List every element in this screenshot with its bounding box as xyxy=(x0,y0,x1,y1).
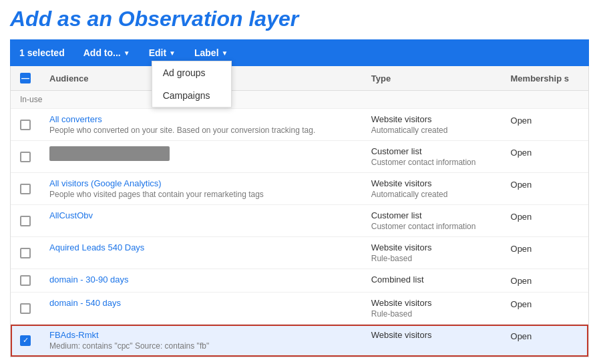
row-audience-cell: All visitors (Google Analytics)People wh… xyxy=(40,173,362,205)
membership-value: Open xyxy=(511,299,532,309)
selected-count: 1 selected xyxy=(19,47,65,58)
table-header-row: — Audience Type Membership s xyxy=(11,66,588,91)
row-membership-cell: Open xyxy=(502,269,588,293)
type-main: Website visitors xyxy=(371,330,492,340)
membership-value: Open xyxy=(511,212,532,222)
in-use-row: In-use xyxy=(11,91,588,109)
audience-name-link[interactable]: All visitors (Google Analytics) xyxy=(49,178,353,188)
add-to-button[interactable]: Add to... ▼ xyxy=(78,45,136,61)
row-type-cell: Website visitors xyxy=(362,325,502,357)
edit-label: Edit xyxy=(149,47,166,58)
row-checkbox-cell[interactable] xyxy=(11,173,40,205)
row-type-cell: Website visitorsAutomatically created xyxy=(362,109,502,141)
table-row: domain - 540 daysWebsite visitorsRule-ba… xyxy=(11,293,588,325)
row-checkbox-cell[interactable] xyxy=(11,141,40,173)
membership-value: Open xyxy=(511,244,532,254)
type-sub: Rule-based xyxy=(371,309,492,319)
header-membership: Membership s xyxy=(502,66,588,91)
row-type-cell: Customer listCustomer contact informatio… xyxy=(362,205,502,237)
row-checkbox-cell[interactable] xyxy=(11,109,40,141)
header-type: Type xyxy=(362,66,502,91)
row-membership-cell: Open xyxy=(502,141,588,173)
audience-name-link[interactable]: All converters xyxy=(49,114,353,124)
add-to-arrow-icon: ▼ xyxy=(124,49,130,57)
row-audience-cell: FBAds-RmktMedium: contains "cpc" Source:… xyxy=(40,325,362,357)
membership-value: Open xyxy=(511,148,532,158)
table-row: Aquired Leads 540 DaysWebsite visitorsRu… xyxy=(11,237,588,269)
audience-table-container: — Audience Type Membership s In-useAll c… xyxy=(10,66,589,357)
row-type-cell: Website visitorsRule-based xyxy=(362,237,502,269)
type-sub: Automatically created xyxy=(371,190,492,199)
row-membership-cell: Open xyxy=(502,293,588,325)
row-membership-cell: Open xyxy=(502,109,588,141)
row-checkbox-cell[interactable] xyxy=(11,293,40,325)
header-checkbox-minus[interactable]: — xyxy=(20,73,31,83)
membership-value: Open xyxy=(511,276,532,286)
membership-value: Open xyxy=(511,116,532,126)
checkbox-unchecked-icon[interactable] xyxy=(20,120,31,130)
checkbox-checked-icon[interactable]: ✓ xyxy=(20,335,31,346)
checkbox-unchecked-icon[interactable] xyxy=(20,248,31,258)
table-row: All convertersPeople who converted on yo… xyxy=(11,109,588,141)
audience-name-link[interactable]: AllCustObv xyxy=(49,210,353,220)
label-button[interactable]: Label ▼ xyxy=(189,45,233,61)
row-audience-cell xyxy=(40,141,362,173)
row-audience-cell: AllCustObv xyxy=(40,205,362,237)
label-label: Label xyxy=(194,47,219,58)
row-type-cell: Website visitorsRule-based xyxy=(362,293,502,325)
row-membership-cell: Open xyxy=(502,237,588,269)
checkbox-unchecked-icon[interactable] xyxy=(20,303,31,314)
type-sub: Customer contact information xyxy=(371,158,492,167)
type-sub: Automatically created xyxy=(371,126,492,135)
row-checkbox-cell[interactable] xyxy=(11,269,40,293)
table-row: All visitors (Google Analytics)People wh… xyxy=(11,173,588,205)
row-membership-cell: Open xyxy=(502,205,588,237)
audience-name-link[interactable]: FBAds-Rmkt xyxy=(49,330,353,340)
page-title: Add as an Observation layer xyxy=(10,7,589,31)
audience-desc: Medium: contains "cpc" Source: contains … xyxy=(49,341,353,351)
row-type-cell: Website visitorsAutomatically created xyxy=(362,173,502,205)
dropdown-item-campaigns[interactable]: Campaigns xyxy=(152,84,231,107)
row-membership-cell: Open xyxy=(502,325,588,357)
row-audience-cell: All convertersPeople who converted on yo… xyxy=(40,109,362,141)
row-membership-cell: Open xyxy=(502,173,588,205)
checkbox-unchecked-icon[interactable] xyxy=(20,184,31,194)
membership-value: Open xyxy=(511,331,532,341)
toolbar: 1 selected Add to... ▼ Ad groups Campaig… xyxy=(10,39,589,66)
row-type-cell: Customer listCustomer contact informatio… xyxy=(362,141,502,173)
type-sub: Rule-based xyxy=(371,254,492,263)
row-audience-cell: domain - 30-90 days xyxy=(40,269,362,293)
type-main: Customer list xyxy=(371,210,492,220)
type-main: Combined list xyxy=(371,275,492,285)
row-checkbox-cell[interactable] xyxy=(11,237,40,269)
checkbox-unchecked-icon[interactable] xyxy=(20,152,31,162)
in-use-label: In-use xyxy=(11,91,588,109)
dropdown-item-ad-groups[interactable]: Ad groups xyxy=(152,61,231,84)
checkbox-unchecked-icon[interactable] xyxy=(20,216,31,226)
redacted-bar xyxy=(49,146,170,161)
edit-arrow-icon: ▼ xyxy=(169,49,176,57)
row-checkbox-cell[interactable] xyxy=(11,205,40,237)
type-main: Customer list xyxy=(371,146,492,156)
edit-button[interactable]: Edit ▼ xyxy=(144,45,181,61)
row-checkbox-cell[interactable]: ✓ xyxy=(11,325,40,357)
add-to-dropdown: Ad groups Campaigns xyxy=(152,61,232,108)
table-row: AllCustObvCustomer listCustomer contact … xyxy=(11,205,588,237)
audience-name-link[interactable]: domain - 30-90 days xyxy=(49,275,353,285)
row-type-cell: Combined list xyxy=(362,269,502,293)
table-row: domain - 30-90 daysCombined listOpen xyxy=(11,269,588,293)
audience-name-link[interactable]: Aquired Leads 540 Days xyxy=(49,242,353,252)
audience-desc: People who converted on your site. Based… xyxy=(49,126,353,135)
add-to-label: Add to... xyxy=(83,47,121,58)
label-arrow-icon: ▼ xyxy=(222,49,228,57)
type-main: Website visitors xyxy=(371,242,492,252)
table-row: Customer listCustomer contact informatio… xyxy=(11,141,588,173)
type-sub: Customer contact information xyxy=(371,222,492,231)
header-checkbox-cell: — xyxy=(11,66,40,91)
audience-name-link[interactable]: domain - 540 days xyxy=(49,298,353,308)
row-audience-cell: domain - 540 days xyxy=(40,293,362,325)
checkbox-unchecked-icon[interactable] xyxy=(20,275,31,286)
type-main: Website visitors xyxy=(371,178,492,188)
row-audience-cell: Aquired Leads 540 Days xyxy=(40,237,362,269)
type-main: Website visitors xyxy=(371,298,492,308)
